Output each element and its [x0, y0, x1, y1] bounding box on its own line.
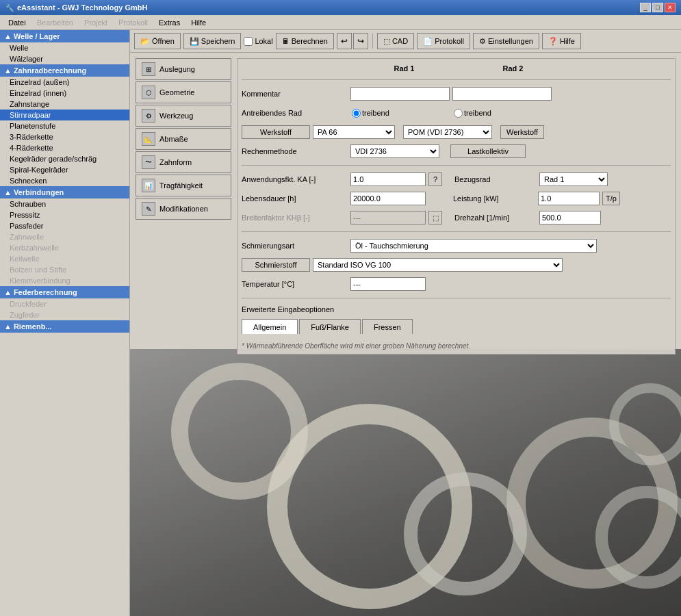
abmasse-icon: 📐: [142, 132, 155, 146]
lastkollektiv-button[interactable]: Lastkollektiv: [450, 144, 526, 158]
redo-button[interactable]: ↪: [353, 33, 368, 49]
lokal-checkbox[interactable]: [244, 37, 253, 46]
window-controls: _ □ ✕: [640, 3, 676, 12]
sidebar-item-planetenstufe[interactable]: Planetenstufe: [0, 120, 129, 131]
cad-icon: ⬚: [383, 37, 390, 46]
menu-datei[interactable]: Datei: [3, 17, 31, 28]
kommentar-rad2-input[interactable]: [452, 87, 552, 101]
menu-extras[interactable]: Extras: [153, 17, 185, 28]
lebensdauer-label: Lebensdauer [h]: [242, 194, 348, 203]
protokoll-button[interactable]: 📄 Protokoll: [417, 33, 470, 49]
schmierungsart-row: Schmierungsart Öl - Tauchschmierung: [242, 238, 671, 254]
sidebar-item-walzlager[interactable]: Wälzlager: [0, 53, 129, 64]
tragfahigkeit-button[interactable]: 📊 Tragfähigkeit: [136, 175, 231, 196]
antreibendes-rad1-radio[interactable]: [352, 109, 361, 118]
cad-button[interactable]: ⬚ CAD: [377, 33, 414, 49]
geometrie-button[interactable]: ⬡ Geometrie: [136, 81, 231, 103]
bezugsrad-select[interactable]: Rad 1: [539, 172, 608, 186]
zahnform-icon: 〜: [142, 155, 155, 169]
erweiterte-label: Erweiterte Eingabeoptionen: [242, 305, 334, 313]
einstellungen-button[interactable]: ⚙ Einstellungen: [473, 33, 539, 49]
werkstoff-row: Werkstoff PA 66 POM (VDI 2736) Werkstoff: [242, 124, 671, 140]
schmierungsart-label: Schmierungsart: [242, 242, 348, 250]
hilfe-icon: ❓: [548, 37, 558, 46]
werkstoff-rad1-select[interactable]: PA 66: [313, 125, 395, 139]
lokal-checkbox-container[interactable]: Lokal: [244, 37, 272, 46]
sep-4: [242, 298, 671, 298]
tab-fressen[interactable]: Fressen: [362, 319, 413, 334]
undo-button[interactable]: ↩: [337, 33, 352, 49]
sidebar-item-kegelrader[interactable]: Kegelräder gerade/schräg: [0, 153, 129, 164]
sidebar-item-schnecken[interactable]: Schnecken: [0, 175, 129, 186]
oeffnen-button[interactable]: 📂 Öffnen: [134, 33, 181, 49]
modifikationen-button[interactable]: ✎ Modifikationen: [136, 198, 231, 220]
qmark-button[interactable]: ?: [428, 172, 442, 186]
antreibendes-rad2-radio[interactable]: [454, 109, 463, 118]
sep-2: [242, 165, 671, 166]
schmierstoff-select[interactable]: Standard ISO VG 100: [313, 258, 563, 272]
arrow-icon-3: ▲: [4, 188, 12, 196]
schmierstoff-button[interactable]: Schmierstoff: [242, 258, 310, 272]
drehzahl-input[interactable]: [539, 211, 601, 224]
zahnform-button[interactable]: 〜 Zahnform: [136, 151, 231, 173]
auslegung-icon: ⊞: [142, 62, 155, 76]
minimize-button[interactable]: _: [640, 3, 651, 12]
background-image: [130, 349, 681, 616]
werkstoff-btn-2[interactable]: Werkstoff: [500, 125, 544, 139]
hilfe-toolbar-button[interactable]: ❓ Hilfe: [542, 33, 581, 49]
antreibendes-rad-label: Antreibendes Rad: [242, 109, 348, 117]
sidebar-item-welle[interactable]: Welle: [0, 42, 129, 53]
sidebar-item-einzelrad-aussen[interactable]: Einzelrad (außen): [0, 77, 129, 88]
sidebar-section-zahnrad[interactable]: ▲ Zahnradberechnung: [0, 64, 129, 77]
antreibendes-rad1-container: treibend: [350, 109, 450, 118]
speichern-button[interactable]: 💾 Speichern: [183, 33, 242, 49]
werkzeug-button[interactable]: ⚙ Werkzeug: [136, 105, 231, 127]
folder-icon: 📂: [140, 37, 150, 46]
lebensdauer-input[interactable]: [350, 192, 426, 205]
settings-icon: ⚙: [479, 37, 486, 46]
rechenmethode-select[interactable]: VDI 2736: [350, 144, 439, 158]
kommentar-rad1-input[interactable]: [350, 87, 450, 101]
sidebar-item-einzelrad-innen[interactable]: Einzelrad (innen): [0, 88, 129, 99]
rad2-header: Rad 2: [460, 63, 566, 74]
sidebar-item-3-raderkette[interactable]: 3-Räderkette: [0, 131, 129, 142]
sidebar-item-spiral-kegelrader[interactable]: Spiral-Kegelräder: [0, 164, 129, 175]
sidebar-section-riemen[interactable]: ▲ Riemenb...: [0, 320, 129, 333]
tab-allgemein[interactable]: Allgemein: [242, 319, 298, 334]
tab-fuss-flanke[interactable]: Fuß/Flanke: [299, 319, 361, 334]
sidebar-item-schrauben[interactable]: Schrauben: [0, 198, 129, 209]
abmasse-button[interactable]: 📐 Abmaße: [136, 128, 231, 150]
temperatur-input[interactable]: [350, 277, 426, 291]
breitenfaktor-input: [350, 211, 426, 224]
werkstoff-btn-1[interactable]: Werkstoff: [242, 125, 310, 139]
sidebar-item-4-raderkette[interactable]: 4-Räderkette: [0, 142, 129, 153]
werkstoff-rad2-select[interactable]: POM (VDI 2736): [403, 125, 492, 139]
leistung-input[interactable]: [538, 192, 600, 205]
sidebar-section-welle[interactable]: ▲ Welle / Lager: [0, 30, 129, 42]
calc-breitenfaktor-button[interactable]: ⬚: [428, 211, 442, 224]
sidebar-item-passfeder[interactable]: Passfeder: [0, 220, 129, 231]
kommentar-label: Kommentar: [242, 90, 348, 98]
modifikationen-icon: ✎: [142, 202, 155, 216]
erweiterte-tabs: Allgemein Fuß/Flanke Fressen: [242, 319, 671, 334]
schmierungsart-select[interactable]: Öl - Tauchschmierung: [350, 239, 597, 253]
arrow-icon-5: ▲: [4, 322, 12, 331]
lebensdauer-row: Lebensdauer [h] Leistung [kW] T/p: [242, 190, 671, 207]
sidebar-section-feder[interactable]: ▲ Federberechnung: [0, 286, 129, 298]
maximize-button[interactable]: □: [652, 3, 663, 12]
drehzahl-label: Drehzahl [1/min]: [454, 214, 537, 222]
sidebar-item-presssitz[interactable]: Presssitz: [0, 209, 129, 220]
berechnen-button[interactable]: 🖩 Berechnen: [276, 33, 334, 49]
sidebar-item-zahnwelle: Zahnwelle: [0, 231, 129, 242]
tp-button[interactable]: T/p: [602, 192, 620, 205]
rad-headers: Rad 1 Rad 2: [351, 63, 671, 74]
close-button[interactable]: ✕: [665, 3, 676, 12]
anwendungsfaktor-input[interactable]: [350, 172, 426, 186]
sidebar-item-stirnradpaar[interactable]: Stirnradpaar: [0, 110, 129, 120]
title-text: eAssistant - GWJ Technology GmbH: [17, 3, 148, 12]
sidebar-item-keilwelle: Keilwelle: [0, 253, 129, 264]
auslegung-button[interactable]: ⊞ Auslegung: [136, 58, 231, 80]
sidebar-item-zahnstange[interactable]: Zahnstange: [0, 99, 129, 110]
sidebar-section-verbindungen[interactable]: ▲ Verbindungen: [0, 186, 129, 198]
menu-hilfe[interactable]: Hilfe: [185, 17, 211, 28]
